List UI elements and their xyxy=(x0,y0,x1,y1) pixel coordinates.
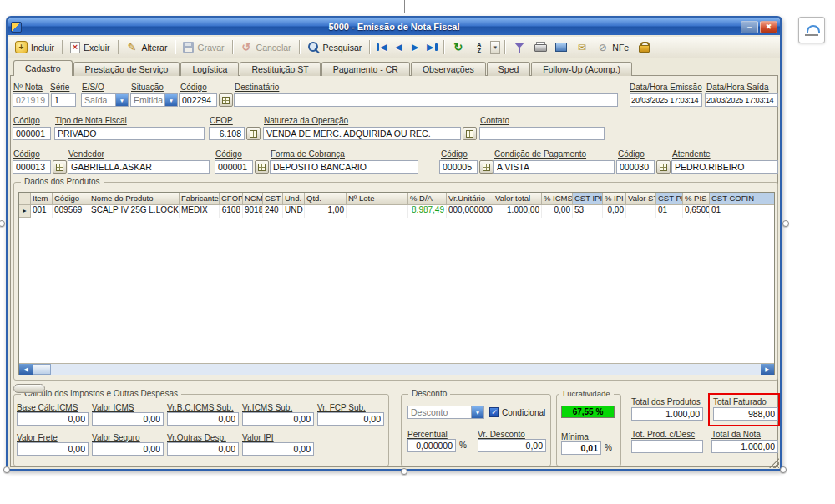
grid-col-header[interactable]: CST IPI xyxy=(573,193,603,205)
grid-col-header[interactable]: Qtd. xyxy=(305,193,347,205)
grid-cell[interactable]: 000,000000 xyxy=(447,205,493,218)
cfop-field[interactable] xyxy=(209,127,245,140)
excluir-button[interactable]: Excluir xyxy=(67,40,114,55)
vr-bc-icms-sub-field[interactable] xyxy=(167,412,239,426)
grid-col-header[interactable]: Valor total xyxy=(493,193,542,205)
codigo-atendente-field[interactable] xyxy=(616,160,655,174)
alterar-button[interactable]: ✎Alterar xyxy=(123,39,171,55)
nav-prev-button[interactable]: ◀ xyxy=(391,40,406,54)
email-button[interactable]: ✉ xyxy=(572,39,591,55)
grid-cell[interactable]: 8.987,49 xyxy=(408,205,447,218)
print-button[interactable] xyxy=(530,39,549,55)
grid-col-header[interactable]: Valor ST xyxy=(626,193,656,205)
percentual-field[interactable] xyxy=(407,439,456,452)
valor-ipi-field[interactable] xyxy=(242,442,314,456)
lock-button[interactable] xyxy=(634,39,653,55)
grid-col-header[interactable]: % D/A xyxy=(408,193,447,205)
grid-cell[interactable]: 009569 xyxy=(53,205,89,218)
tab-log-stica[interactable]: Logística xyxy=(180,62,239,76)
vr-icms-sub-field[interactable] xyxy=(242,412,314,426)
grid-col-header[interactable]: Vr.Unitário xyxy=(447,193,493,205)
grid-cell[interactable]: 1,00 xyxy=(305,205,347,218)
pesquisar-button[interactable]: Pesquisar xyxy=(304,39,366,55)
grid-col-header[interactable]: % IPI xyxy=(603,193,626,205)
gravar-button[interactable]: Gravar xyxy=(180,40,227,54)
vr-desconto-field[interactable] xyxy=(478,439,546,452)
eso-combo[interactable]: Saída▼ xyxy=(81,93,129,107)
codigo-nota-field[interactable] xyxy=(179,93,217,107)
titlebar[interactable]: 5000 - Emissão de Nota Fiscal – ✖ xyxy=(8,18,780,35)
grid-cell[interactable] xyxy=(626,205,656,218)
destinatario-field[interactable] xyxy=(234,93,618,107)
base-calc-icms-field[interactable] xyxy=(17,412,89,426)
scroll-track[interactable] xyxy=(51,364,761,375)
filter-button[interactable] xyxy=(509,39,529,55)
valor-frete-field[interactable] xyxy=(17,442,89,456)
grid-extra-button[interactable] xyxy=(13,384,45,393)
nav-next-button[interactable]: ▶ xyxy=(407,40,423,54)
selection-handle[interactable] xyxy=(401,468,407,475)
grid-col-header[interactable]: Nº Lote xyxy=(347,193,408,205)
sort-button[interactable]: AZ xyxy=(469,39,488,55)
cancelar-button[interactable]: ↺Cancelar xyxy=(237,39,295,55)
grid-cell[interactable]: 0,00 xyxy=(542,205,573,218)
export-image-button[interactable] xyxy=(551,39,570,55)
forma-cobranca-field[interactable] xyxy=(270,160,418,174)
atendente-browse-button[interactable] xyxy=(656,160,671,174)
grid-row[interactable]: ►001009569SCALP IV 25G L.LOCK UNMEDIX610… xyxy=(19,205,774,218)
tab-sped[interactable]: Sped xyxy=(487,62,531,76)
atendente-field[interactable] xyxy=(671,160,778,174)
tab-cadastro[interactable]: Cadastro xyxy=(13,60,73,76)
close-button[interactable]: ✖ xyxy=(760,21,777,33)
grid-cell[interactable]: 0,00 xyxy=(603,205,626,218)
grid-cell[interactable]: 001 xyxy=(31,205,53,218)
grid-cell[interactable]: 0,6500 xyxy=(683,205,710,218)
selection-handle[interactable] xyxy=(0,220,5,227)
incluir-button[interactable]: Incluir xyxy=(12,39,58,55)
condicao-pagamento-field[interactable] xyxy=(493,160,615,174)
total-produtos-field[interactable] xyxy=(631,407,703,421)
nfe-button[interactable]: ⊘NFe xyxy=(593,39,632,55)
grid-col-header[interactable]: % ICMS xyxy=(542,193,573,205)
vr-fcp-sub-field[interactable] xyxy=(317,412,384,426)
total-faturado-field[interactable] xyxy=(713,407,778,421)
situacao-dropdown-icon[interactable]: ▼ xyxy=(164,94,177,106)
grid-cell[interactable]: 6108 xyxy=(220,205,243,218)
eso-dropdown-icon[interactable]: ▼ xyxy=(115,94,128,106)
grid-cell[interactable]: UND xyxy=(283,205,305,218)
natureza-field[interactable] xyxy=(263,127,461,140)
sort-options-dropdown[interactable]: ▼ xyxy=(490,41,500,54)
grid-col-header[interactable]: CST PIS xyxy=(656,193,683,205)
discount-combo[interactable]: Desconto▼ xyxy=(407,406,484,419)
cobranca-browse-button[interactable] xyxy=(255,160,269,174)
contato-field[interactable] xyxy=(479,127,605,140)
grid-col-header[interactable]: Código xyxy=(53,193,89,205)
minimize-button[interactable]: – xyxy=(741,21,758,33)
selection-handle[interactable] xyxy=(3,466,10,473)
grid-cell[interactable]: 53 xyxy=(573,205,603,218)
grid-cell[interactable]: 01 xyxy=(656,205,683,218)
codigo-tipo-field[interactable] xyxy=(13,127,51,140)
total-nota-field[interactable] xyxy=(711,440,778,453)
grid-col-header[interactable]: Nome do Produto xyxy=(89,193,180,205)
vendedor-browse-button[interactable] xyxy=(53,160,67,174)
codigo-condicao-field[interactable] xyxy=(439,160,478,174)
tipo-nota-field[interactable] xyxy=(54,127,205,140)
valor-seguro-field[interactable] xyxy=(92,442,164,456)
nav-last-button[interactable]: ▶ xyxy=(424,40,439,54)
tab-observa-es[interactable]: Observações xyxy=(411,62,486,76)
vr-outras-desp-field[interactable] xyxy=(167,442,239,456)
tot-prod-desc-field[interactable] xyxy=(631,440,703,453)
grid-cell[interactable] xyxy=(347,205,408,218)
grid-col-header[interactable]: NCM xyxy=(243,193,263,205)
nav-first-button[interactable]: ◀ xyxy=(374,40,389,54)
conditional-checkbox[interactable]: ✓ xyxy=(489,407,499,417)
scroll-right-button[interactable]: ▶ xyxy=(761,364,774,375)
situacao-combo[interactable]: Emitida▼ xyxy=(130,93,178,107)
numero-field[interactable] xyxy=(13,93,49,107)
cfop-browse-button[interactable] xyxy=(246,127,261,140)
grid-cell[interactable]: MEDIX xyxy=(180,205,220,218)
refresh-button[interactable]: ↻ xyxy=(448,39,468,55)
selection-handle[interactable] xyxy=(780,466,787,473)
valor-icms-field[interactable] xyxy=(92,412,164,426)
